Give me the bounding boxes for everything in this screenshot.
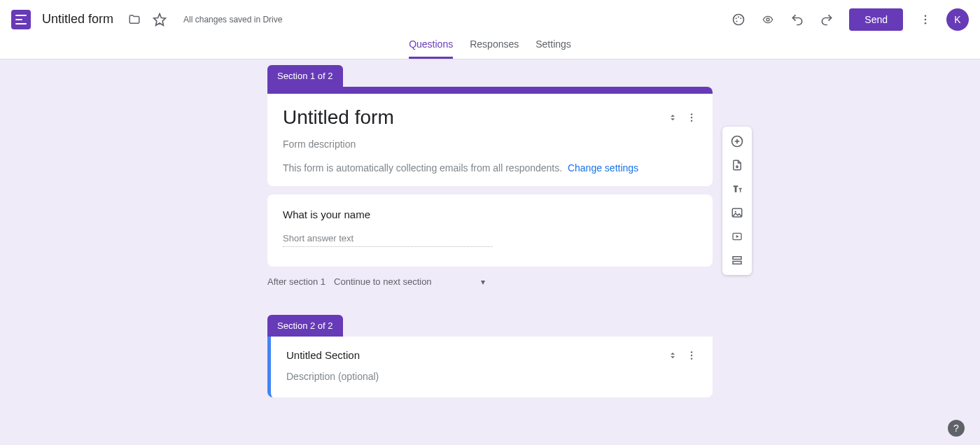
after-section-control: After section 1 Continue to next section… (267, 276, 713, 287)
save-status: All changes saved in Drive (183, 15, 282, 24)
svg-point-8 (925, 18, 927, 20)
question-card[interactable]: What is your name Short answer text (267, 195, 713, 267)
help-icon[interactable]: ? (948, 420, 965, 437)
redo-icon[interactable] (814, 7, 839, 32)
tab-bar: Questions Responses Settings (0, 38, 980, 59)
app-header: Untitled form All changes saved in Drive… (0, 0, 980, 38)
section-2-header-card[interactable]: Untitled Section Description (optional) (267, 337, 713, 397)
svg-point-20 (735, 211, 736, 212)
floating-toolbar (722, 127, 752, 275)
form-title[interactable]: Untitled form (283, 106, 668, 129)
section-1-header-card[interactable]: Untitled form Form description This form… (267, 94, 713, 186)
svg-point-14 (691, 354, 692, 355)
send-button[interactable]: Send (849, 8, 903, 31)
add-section-icon[interactable] (725, 250, 749, 271)
section-2-label: Section 2 of 2 (267, 315, 343, 337)
forms-logo[interactable] (11, 10, 31, 29)
section-more-icon[interactable] (686, 112, 697, 123)
svg-point-3 (738, 16, 739, 17)
svg-point-9 (925, 22, 927, 24)
section-2-description[interactable]: Description (optional) (286, 371, 697, 382)
svg-point-7 (925, 15, 927, 17)
tab-responses[interactable]: Responses (470, 38, 519, 59)
svg-point-1 (734, 14, 744, 24)
add-title-icon[interactable] (725, 178, 749, 199)
chevron-down-icon: ▾ (481, 277, 485, 287)
customize-theme-icon[interactable] (726, 7, 751, 32)
svg-point-12 (691, 120, 692, 121)
add-image-icon[interactable] (725, 202, 749, 223)
after-section-select[interactable]: Continue to next section ▾ (334, 276, 484, 287)
form-canvas: Section 1 of 2 Untitled form Form descri… (0, 59, 980, 445)
svg-rect-23 (733, 257, 741, 260)
svg-point-11 (691, 117, 692, 118)
form-description[interactable]: Form description (283, 139, 697, 150)
email-collection-notice: This form is automatically collecting em… (283, 162, 697, 174)
svg-marker-22 (736, 235, 739, 238)
svg-point-6 (766, 18, 769, 21)
svg-rect-24 (733, 262, 741, 264)
question-text[interactable]: What is your name (283, 209, 697, 220)
more-options-icon[interactable] (913, 7, 938, 32)
short-answer-placeholder: Short answer text (283, 233, 493, 247)
svg-point-2 (736, 17, 737, 19)
svg-marker-0 (154, 13, 166, 25)
svg-point-10 (691, 113, 692, 115)
section-more-icon[interactable] (686, 350, 697, 361)
after-section-label: After section 1 (267, 276, 326, 287)
add-question-icon[interactable] (725, 131, 749, 152)
star-icon[interactable] (147, 7, 172, 32)
section-accent-bar (267, 87, 713, 94)
tab-questions[interactable]: Questions (409, 38, 453, 59)
change-settings-link[interactable]: Change settings (568, 162, 638, 174)
svg-point-5 (736, 20, 738, 22)
add-video-icon[interactable] (725, 226, 749, 247)
form-name[interactable]: Untitled form (42, 12, 113, 27)
section-2-title[interactable]: Untitled Section (286, 349, 668, 361)
section-1-label: Section 1 of 2 (267, 65, 343, 87)
preview-icon[interactable] (755, 7, 780, 32)
svg-point-15 (691, 358, 692, 359)
svg-point-4 (741, 17, 742, 19)
undo-icon[interactable] (785, 7, 810, 32)
svg-point-13 (691, 351, 692, 353)
move-to-folder-icon[interactable] (122, 7, 147, 32)
tab-settings[interactable]: Settings (536, 38, 571, 59)
collapse-section-icon[interactable] (668, 350, 678, 361)
collapse-section-icon[interactable] (668, 112, 678, 123)
account-avatar[interactable]: K (946, 8, 969, 31)
import-questions-icon[interactable] (725, 155, 749, 176)
